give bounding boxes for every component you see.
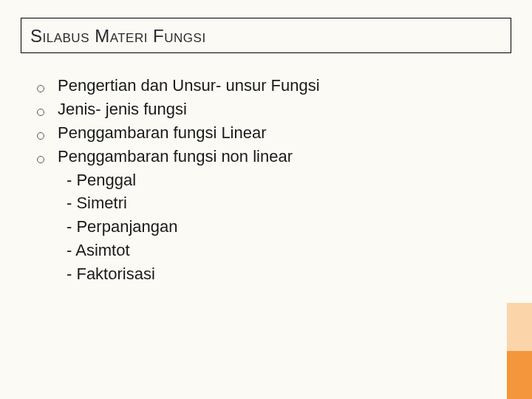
list-item-label: Penggambaran fungsi non linear — [58, 145, 293, 168]
content-list: Pengertian dan Unsur- unsur Fungsi Jenis… — [37, 74, 488, 286]
list-item-label: Jenis- jenis fungsi — [58, 98, 187, 121]
bullet-icon — [37, 132, 44, 140]
list-item: Penggambaran fungsi Linear — [37, 121, 488, 145]
list-item: Jenis- jenis fungsi — [37, 98, 488, 121]
title-container: Silabus Materi Fungsi — [21, 18, 511, 53]
list-item-label: Penggambaran fungsi Linear — [58, 121, 267, 145]
sublist: - Penggal - Simetri - Perpanjangan - Asi… — [66, 168, 488, 286]
sublist-item: - Simetri — [66, 191, 488, 215]
slide-title: Silabus Materi Fungsi — [30, 26, 502, 47]
list-item: Penggambaran fungsi non linear — [37, 145, 488, 168]
list-item-label: Pengertian dan Unsur- unsur Fungsi — [58, 74, 320, 98]
bullet-icon — [37, 85, 44, 92]
accent-sidebar — [507, 303, 532, 399]
bullet-icon — [37, 156, 44, 163]
sublist-item: - Perpanjangan — [66, 215, 488, 239]
bullet-icon — [37, 109, 44, 116]
sublist-item: - Penggal — [66, 168, 488, 192]
sublist-item: - Asimtot — [66, 239, 488, 262]
list-item: Pengertian dan Unsur- unsur Fungsi — [37, 74, 488, 98]
accent-light — [507, 303, 532, 351]
sublist-item: - Faktorisasi — [66, 262, 488, 286]
accent-dark — [507, 351, 532, 399]
